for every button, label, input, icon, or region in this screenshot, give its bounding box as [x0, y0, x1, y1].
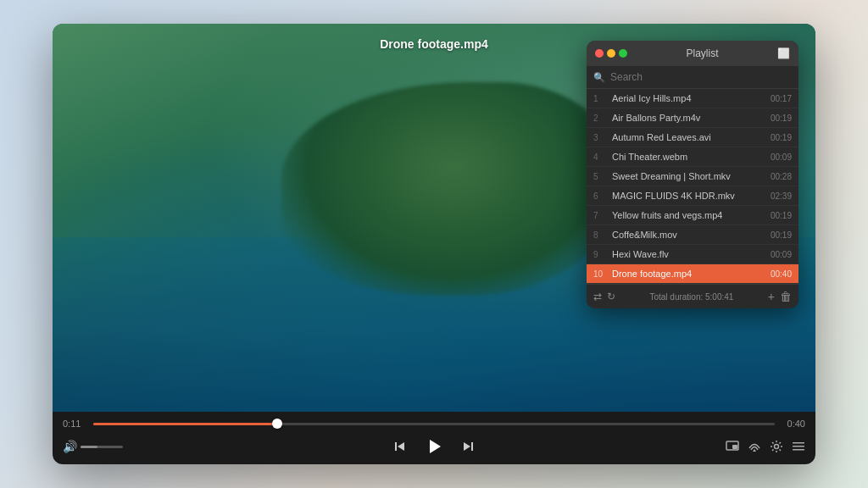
item-number: 7	[593, 211, 607, 220]
airplay-button[interactable]	[748, 440, 761, 453]
settings-button[interactable]	[770, 440, 783, 453]
playlist-panel: Playlist ⬜ 🔍 1 Aerial Icy Hills.mp4 00:1…	[587, 41, 798, 308]
search-icon: 🔍	[593, 72, 605, 83]
add-button[interactable]: +	[768, 290, 775, 303]
playlist-title: Playlist	[632, 47, 772, 59]
playlist-titlebar: Playlist ⬜	[587, 41, 798, 66]
item-name: MAGIC FLUIDS 4K HDR.mkv	[612, 191, 765, 201]
shuffle-icon[interactable]: ⇄	[593, 291, 602, 302]
item-name: Aerial Icy Hills.mp4	[612, 93, 765, 103]
controls-bottom: 🔊	[53, 432, 815, 464]
video-title: Drone footage.mp4	[380, 37, 488, 51]
pip-button[interactable]	[726, 440, 739, 453]
item-duration: 00:19	[765, 230, 792, 240]
close-button[interactable]	[595, 49, 604, 58]
playlist-item[interactable]: 6 MAGIC FLUIDS 4K HDR.mkv 02:39	[587, 186, 798, 206]
playlist-item[interactable]: 5 Sweet Dreaming | Short.mkv 00:28	[587, 167, 798, 186]
svg-marker-7	[753, 449, 756, 452]
item-duration: 00:19	[765, 133, 792, 142]
playlist-footer: ⇄ ↻ Total duration: 5:00:41 + 🗑	[587, 284, 798, 308]
current-time: 0:11	[63, 419, 86, 429]
playlist-item[interactable]: 1 Aerial Icy Hills.mp4 00:17	[587, 89, 798, 108]
next-button[interactable]	[459, 437, 477, 456]
item-duration: 00:28	[765, 172, 792, 181]
search-row: 🔍	[587, 66, 798, 89]
right-controls	[620, 440, 805, 453]
item-name: Hexi Wave.flv	[612, 249, 765, 259]
item-duration: 00:19	[765, 211, 792, 220]
item-number: 9	[593, 250, 607, 259]
item-duration: 00:09	[765, 152, 792, 162]
playlist-item[interactable]: 9 Hexi Wave.flv 00:09	[587, 245, 798, 264]
repeat-icon[interactable]: ↻	[607, 291, 615, 302]
item-duration: 00:17	[765, 94, 792, 103]
player-window: Drone footage.mp4 Playlist ⬜ 🔍 1 Aerial …	[53, 24, 815, 464]
svg-marker-3	[464, 442, 470, 451]
play-button[interactable]	[423, 435, 445, 458]
playlist-item[interactable]: 4 Chi Theater.webm 00:09	[587, 147, 798, 167]
svg-rect-11	[793, 449, 804, 451]
svg-rect-4	[471, 442, 473, 451]
volume-fill	[81, 446, 97, 448]
total-duration: Total duration: 5:00:41	[620, 292, 763, 302]
item-number: 6	[593, 191, 607, 201]
playlist-item[interactable]: 3 Autumn Red Leaves.avi 00:19	[587, 128, 798, 147]
traffic-lights	[595, 49, 627, 58]
item-number: 1	[593, 94, 607, 103]
progress-track[interactable]	[93, 423, 775, 425]
playlist-item[interactable]: 2 Air Ballons Party.m4v 00:19	[587, 108, 798, 128]
item-duration: 00:09	[765, 250, 792, 259]
item-name: Coffe&Milk.mov	[612, 230, 765, 240]
item-duration: 02:39	[765, 191, 792, 201]
volume-icon[interactable]: 🔊	[63, 440, 77, 453]
expand-button[interactable]: ⬜	[777, 47, 790, 59]
playlist-toggle-button[interactable]	[792, 440, 805, 453]
total-time: 0:40	[782, 419, 805, 429]
svg-rect-6	[732, 445, 737, 449]
item-number: 3	[593, 133, 607, 142]
controls-bar: 0:11 0:40 🔊	[53, 412, 815, 464]
playlist-item[interactable]: 8 Coffe&Milk.mov 00:19	[587, 225, 798, 245]
video-area[interactable]: Drone footage.mp4 Playlist ⬜ 🔍 1 Aerial …	[53, 24, 815, 412]
item-number: 2	[593, 114, 607, 123]
playlist-item[interactable]: 7 Yellow fruits and vegs.mp4 00:19	[587, 206, 798, 225]
svg-rect-9	[793, 442, 804, 444]
item-name: Drone footage.mp4	[612, 269, 765, 279]
minimize-button[interactable]	[607, 49, 615, 58]
item-name: Yellow fruits and vegs.mp4	[612, 210, 765, 220]
svg-marker-2	[430, 440, 441, 453]
playback-controls	[248, 435, 620, 458]
item-duration: 00:19	[765, 114, 792, 123]
item-name: Sweet Dreaming | Short.mkv	[612, 171, 765, 181]
item-duration: 00:40	[765, 269, 792, 279]
svg-marker-0	[398, 442, 404, 451]
item-name: Chi Theater.webm	[612, 152, 765, 162]
item-number: 4	[593, 152, 607, 162]
delete-button[interactable]: 🗑	[780, 290, 792, 303]
playlist-items: 1 Aerial Icy Hills.mp4 00:17 2 Air Ballo…	[587, 89, 798, 284]
svg-rect-10	[793, 446, 804, 447]
progress-thumb[interactable]	[272, 419, 282, 429]
item-number: 8	[593, 230, 607, 240]
search-input[interactable]	[610, 71, 792, 83]
svg-rect-1	[395, 442, 397, 451]
progress-section: 0:11 0:40	[53, 412, 815, 432]
item-name: Autumn Red Leaves.avi	[612, 132, 765, 142]
item-name: Air Ballons Party.m4v	[612, 113, 765, 123]
item-number: 10	[593, 269, 607, 279]
playlist-item[interactable]: 10 Drone footage.mp4 00:40	[587, 264, 798, 284]
prev-button[interactable]	[391, 437, 409, 456]
volume-section: 🔊	[63, 440, 248, 453]
maximize-button[interactable]	[619, 49, 627, 58]
progress-fill	[93, 423, 277, 425]
item-number: 5	[593, 172, 607, 181]
volume-track[interactable]	[81, 446, 123, 448]
svg-point-8	[775, 445, 779, 449]
